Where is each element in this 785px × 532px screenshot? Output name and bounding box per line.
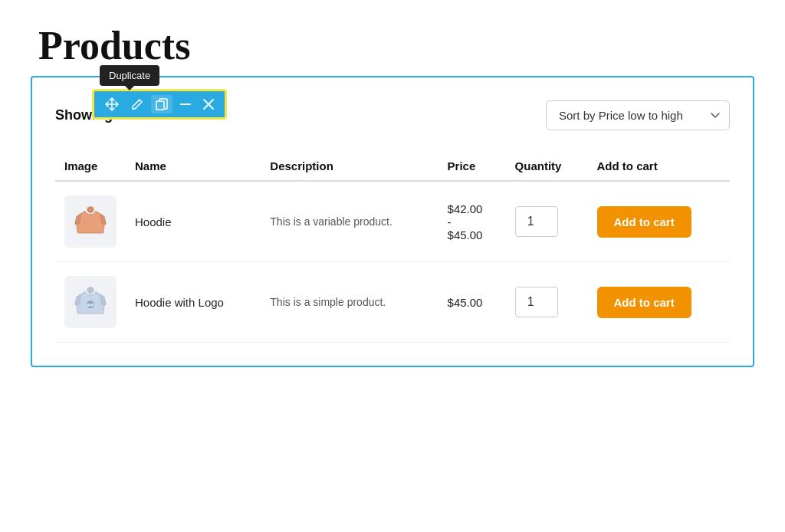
- product-desc-2: This is a simple product.: [261, 262, 438, 343]
- toolbar-overlay: Duplicate: [92, 65, 227, 120]
- col-price: Price: [438, 152, 506, 181]
- quantity-input-2[interactable]: [515, 287, 558, 317]
- close-icon: [203, 99, 214, 110]
- table-header-row: Image Name Description Price Quantity Ad…: [55, 152, 730, 181]
- sort-select[interactable]: Default sorting Sort by popularity Sort …: [546, 100, 730, 130]
- col-add-to-cart: Add to cart: [588, 152, 730, 181]
- svg-point-2: [87, 287, 94, 293]
- page-title: Products: [31, 23, 754, 68]
- product-image-cell-1: [55, 181, 126, 262]
- col-quantity: Quantity: [506, 152, 588, 181]
- close-button[interactable]: [199, 96, 218, 113]
- duplicate-button[interactable]: [151, 95, 172, 113]
- svg-text:WP: WP: [87, 303, 94, 307]
- duplicate-tooltip: Duplicate: [100, 65, 159, 86]
- move-icon: [105, 97, 119, 111]
- main-panel: Showing all 3 results Default sorting So…: [31, 76, 754, 367]
- edit-button[interactable]: [126, 95, 148, 113]
- product-quantity-cell-2: [506, 262, 588, 343]
- product-image-2: WP: [64, 276, 117, 328]
- collapse-button[interactable]: [176, 100, 195, 109]
- product-quantity-cell-1: [506, 181, 588, 262]
- product-name-2: Hoodie with Logo: [126, 262, 261, 343]
- table-row: WP Hoodie with Logo This is a simple pro…: [55, 262, 730, 343]
- svg-rect-0: [156, 101, 164, 110]
- collapse-icon: [180, 103, 191, 106]
- quantity-input-1[interactable]: [515, 206, 558, 237]
- col-image: Image: [55, 152, 126, 181]
- svg-point-1: [87, 207, 94, 212]
- move-button[interactable]: [100, 94, 123, 114]
- product-table: Image Name Description Price Quantity Ad…: [55, 152, 730, 343]
- add-to-cart-button-2[interactable]: Add to cart: [597, 287, 691, 318]
- add-to-cart-button-1[interactable]: Add to cart: [597, 206, 691, 238]
- product-price-2: $45.00: [438, 262, 506, 343]
- col-name: Name: [126, 152, 261, 181]
- product-image-1: [64, 195, 117, 248]
- toolbar-bar: [92, 89, 227, 120]
- hoodie-logo-image-icon: WP: [71, 283, 110, 321]
- table-row: Hoodie This is a variable product. $42.0…: [55, 181, 730, 262]
- hoodie-image-icon: [71, 202, 110, 241]
- product-add-cart-cell-1: Add to cart: [588, 181, 730, 262]
- product-desc-1: This is a variable product.: [261, 181, 438, 262]
- product-image-cell-2: WP: [55, 262, 126, 343]
- product-price-1: $42.00-$45.00: [438, 181, 506, 262]
- product-name-1: Hoodie: [126, 181, 261, 262]
- edit-icon: [131, 98, 143, 110]
- duplicate-icon: [156, 98, 168, 110]
- product-add-cart-cell-2: Add to cart: [588, 262, 730, 343]
- col-description: Description: [261, 152, 438, 181]
